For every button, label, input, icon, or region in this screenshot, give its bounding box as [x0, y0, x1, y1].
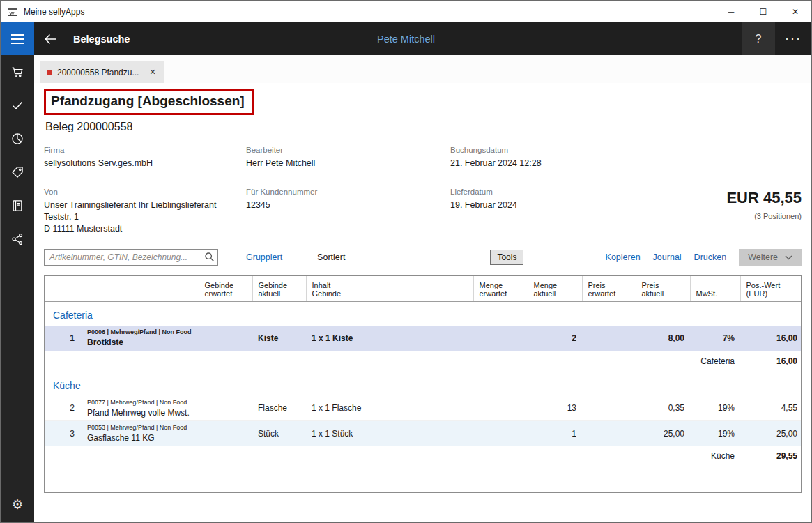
- app-window: Meine sellyApps ─ ☐ ✕ Belegsuche Pete Mi…: [0, 0, 812, 523]
- search-input[interactable]: [44, 249, 218, 266]
- grouped-toggle[interactable]: Gruppiert: [246, 252, 282, 262]
- gebinde-aktuell-cell: Kiste: [252, 326, 306, 351]
- tab-close-icon[interactable]: ✕: [144, 66, 157, 78]
- menge-erwartet-cell: [473, 421, 528, 446]
- sidebar-item-share[interactable]: [1, 224, 34, 257]
- article-name: Gasflasche 11 KG: [87, 433, 193, 443]
- group-header[interactable]: Küche: [45, 372, 802, 396]
- sidebar-item-statistics[interactable]: [1, 123, 34, 157]
- group-header[interactable]: Cafeteria: [45, 302, 802, 326]
- window-title: Meine sellyApps: [24, 7, 84, 17]
- field-label: Lieferdatum: [450, 188, 645, 196]
- field-value: Herr Pete Mitchell: [246, 158, 450, 169]
- gebinde-erwartet-cell: [199, 421, 252, 446]
- page-title: Belegsuche: [73, 33, 130, 45]
- print-link[interactable]: Drucken: [694, 252, 727, 262]
- position-row[interactable]: 2P0077 | Mehrweg/Pfand | Non FoodPfand M…: [45, 396, 802, 421]
- hamburger-menu-icon[interactable]: [1, 22, 34, 55]
- field-value: 12345: [246, 199, 450, 211]
- annotation-box: Pfandzugang [Abgeschlossen]: [44, 89, 254, 115]
- help-icon[interactable]: ?: [742, 22, 775, 55]
- mwst-cell: 19%: [690, 396, 740, 421]
- article-meta: P0006 | Mehrweg/Pfand | Non Food: [87, 328, 193, 337]
- pos-wert-cell: 25,00: [740, 421, 802, 446]
- field-bearbeiter: Bearbeiter Herr Pete Mitchell: [246, 146, 450, 169]
- column-header[interactable]: Preis erwartet: [582, 276, 636, 302]
- gebinde-aktuell-cell: Stück: [252, 421, 306, 446]
- more-options-icon[interactable]: ···: [775, 22, 811, 55]
- appbar-actions: ? ···: [742, 22, 811, 55]
- pos-wert-cell: 4,55: [740, 396, 802, 421]
- column-header[interactable]: Menge erwartet: [473, 276, 528, 302]
- positions-toolbar: Gruppiert Sortiert Tools Kopieren Journa…: [44, 249, 802, 266]
- search-field-wrap: [44, 249, 218, 266]
- chevron-down-icon: [785, 252, 792, 262]
- user-name[interactable]: Pete Mitchell: [377, 33, 435, 45]
- position-number-cell: 3: [45, 421, 82, 446]
- column-header[interactable]: Inhalt Gebinde: [306, 276, 473, 302]
- subtotal-value: 16,00: [740, 351, 802, 372]
- menge-aktuell-cell: 1: [528, 421, 582, 446]
- field-von: Von Unser Trainingslieferant Ihr Lieblin…: [44, 188, 246, 235]
- document-view: Pfandzugang [Abgeschlossen] Beleg 200000…: [34, 83, 811, 522]
- column-header[interactable]: [82, 276, 199, 302]
- tools-button[interactable]: Tools: [490, 250, 523, 265]
- titlebar: Meine sellyApps ─ ☐ ✕: [1, 1, 811, 22]
- content-area: 200000558 Pfandzu... ✕ Pfandzugang [Abge…: [34, 55, 811, 522]
- inhalt-gebinde-cell: 1 x 1 Kiste: [306, 326, 473, 351]
- preis-aktuell-cell: 0,35: [636, 396, 690, 421]
- field-lieferdatum: Lieferdatum 19. Februar 2024: [450, 188, 645, 235]
- document-total-block: EUR 45,55 (3 Positionen): [645, 188, 802, 235]
- position-number-cell: 1: [45, 326, 82, 351]
- field-buchungsdatum: Buchungsdatum 21. Februar 2024 12:28: [450, 146, 802, 169]
- field-firma: Firma sellysolutions Serv.ges.mbH: [44, 146, 246, 169]
- column-header[interactable]: Gebinde erwartet: [199, 276, 252, 302]
- preis-erwartet-cell: [582, 421, 636, 446]
- sorted-toggle[interactable]: Sortiert: [317, 252, 345, 262]
- position-number-cell: 2: [45, 396, 82, 421]
- positions-table-body: Cafeteria1P0006 | Mehrweg/Pfand | Non Fo…: [45, 302, 802, 467]
- cart-icon: [10, 65, 24, 82]
- sidebar-item-tasks[interactable]: [1, 90, 34, 123]
- article-cell: P0006 | Mehrweg/Pfand | Non FoodBrotkist…: [82, 326, 199, 351]
- close-icon[interactable]: ✕: [779, 1, 811, 22]
- column-header[interactable]: Menge aktuell: [528, 276, 582, 302]
- column-header[interactable]: Pos.-Wert (EUR): [740, 276, 802, 302]
- inhalt-gebinde-cell: 1 x 1 Flasche: [306, 396, 473, 421]
- sidebar-item-cart[interactable]: [1, 56, 34, 90]
- more-actions-label: Weitere: [748, 252, 778, 262]
- search-icon[interactable]: [204, 252, 215, 265]
- field-label: Für Kundennummer: [246, 188, 450, 196]
- journal-link[interactable]: Journal: [653, 252, 682, 262]
- more-actions-button[interactable]: Weitere: [739, 249, 802, 266]
- column-header[interactable]: [45, 276, 82, 302]
- column-header[interactable]: Preis aktuell: [636, 276, 690, 302]
- back-icon[interactable]: [34, 22, 66, 55]
- position-row[interactable]: 3P0053 | Mehrweg/Pfand | Non FoodGasflas…: [45, 421, 802, 446]
- sidebar-item-documents[interactable]: [1, 190, 34, 224]
- tab-label: 200000558 Pfandzu...: [57, 68, 139, 77]
- menge-aktuell-cell: 2: [528, 326, 582, 351]
- maximize-icon[interactable]: ☐: [747, 1, 779, 22]
- sidebar-item-prices[interactable]: [1, 157, 34, 190]
- positions-table: Gebinde erwartetGebinde aktuellInhalt Ge…: [45, 276, 802, 468]
- column-header[interactable]: Gebinde aktuell: [252, 276, 306, 302]
- group-row: Küche: [45, 372, 802, 396]
- field-value: sellysolutions Serv.ges.mbH: [44, 158, 246, 169]
- field-value: 21. Februar 2024 12:28: [450, 158, 802, 169]
- app-icon: [7, 6, 18, 17]
- share-icon: [10, 232, 24, 249]
- field-label: Bearbeiter: [246, 146, 450, 154]
- position-row[interactable]: 1P0006 | Mehrweg/Pfand | Non FoodBrotkis…: [45, 326, 802, 351]
- menge-erwartet-cell: [473, 396, 528, 421]
- article-name: Brotkiste: [87, 338, 193, 347]
- inhalt-gebinde-cell: 1 x 1 Stück: [306, 421, 473, 446]
- document-tab[interactable]: 200000558 Pfandzu... ✕: [40, 61, 164, 83]
- minimize-icon[interactable]: ─: [715, 1, 747, 22]
- settings-gear-icon[interactable]: ⚙: [1, 493, 34, 515]
- column-header[interactable]: MwSt.: [690, 276, 740, 302]
- copy-link[interactable]: Kopieren: [606, 252, 641, 262]
- gebinde-erwartet-cell: [199, 326, 252, 351]
- pos-wert-cell: 16,00: [740, 326, 802, 351]
- menge-aktuell-cell: 13: [528, 396, 582, 421]
